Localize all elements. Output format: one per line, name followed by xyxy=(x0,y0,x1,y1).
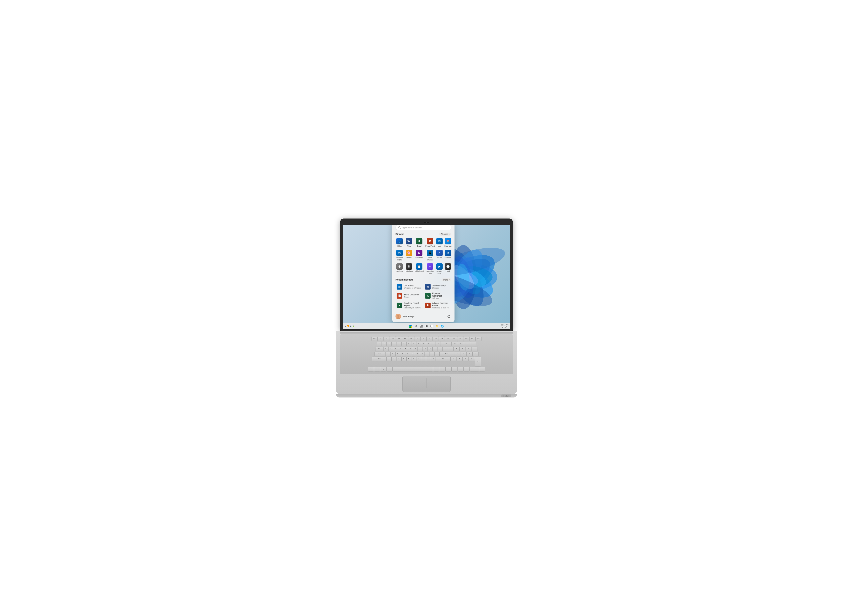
ctrl-r-key[interactable]: Ctrl xyxy=(439,367,445,371)
app-excel[interactable]: X Excel xyxy=(414,237,424,248)
5-key[interactable]: 5 xyxy=(402,342,406,346)
alt-l-key[interactable]: Alt xyxy=(387,367,392,371)
rec-travel[interactable]: W Travel Itinerary 17m ago xyxy=(424,283,451,291)
k-key[interactable]: K xyxy=(420,351,425,356)
end-key[interactable]: End xyxy=(463,336,469,341)
h-key[interactable]: H xyxy=(410,351,414,356)
j-key[interactable]: J xyxy=(415,351,420,356)
num7-key[interactable]: 7 xyxy=(454,347,459,351)
esc-key[interactable]: Esc xyxy=(372,336,377,341)
c-key[interactable]: C xyxy=(397,357,401,361)
rbracket-key[interactable]: ] xyxy=(438,347,442,351)
fn-key[interactable]: Fn xyxy=(374,367,380,371)
f8-key[interactable]: F8 xyxy=(421,336,426,341)
numenter-key[interactable]: ↵ xyxy=(475,357,481,366)
num8-key[interactable]: 8 xyxy=(460,347,465,351)
app-settings[interactable]: ⚙ Settings xyxy=(396,262,404,275)
f10-key[interactable]: F10 xyxy=(433,336,439,341)
3-key[interactable]: 3 xyxy=(392,342,396,346)
comma-key[interactable]: , xyxy=(421,357,426,361)
right-key[interactable]: → xyxy=(464,367,469,371)
n-key[interactable]: N xyxy=(411,357,416,361)
alt-r-key[interactable]: Alt xyxy=(433,367,439,371)
num0-key[interactable]: 0 xyxy=(470,367,479,371)
f5-key[interactable]: F5 xyxy=(402,336,408,341)
rec-brand[interactable]: 📄 Brand Guidelines 7h ago xyxy=(396,291,423,300)
backtick-key[interactable]: ` xyxy=(377,342,381,346)
o-key[interactable]: O xyxy=(423,347,427,351)
del-key[interactable]: Del xyxy=(451,336,457,341)
win-key[interactable]: ⊞ xyxy=(380,367,386,371)
backspace-key[interactable]: ⌫ xyxy=(441,342,451,346)
home-key[interactable]: Hm xyxy=(457,336,463,341)
more-button[interactable]: More xyxy=(442,278,451,281)
num-plus[interactable]: + xyxy=(473,351,478,356)
f4-key[interactable]: F4 xyxy=(396,336,402,341)
f2-key[interactable]: F2 xyxy=(384,336,390,341)
taskbar-clock[interactable]: 11:11 AM 01/12/22 xyxy=(501,324,508,328)
u-key[interactable]: U xyxy=(413,347,417,351)
lbracket-key[interactable]: [ xyxy=(433,347,437,351)
app-store[interactable]: 🛍 Microsoft Store xyxy=(396,249,404,262)
app-yourphone[interactable]: 📱 Your Phone xyxy=(425,249,435,262)
b-key[interactable]: B xyxy=(407,357,411,361)
lshift-key[interactable]: Shift xyxy=(372,357,386,361)
d-key[interactable]: D xyxy=(396,351,400,356)
user-info[interactable]: Sara Philips xyxy=(396,313,414,319)
rec-expense[interactable]: X Expense Worksheet 12h ago xyxy=(424,291,451,300)
9-key[interactable]: 9 xyxy=(421,342,426,346)
up-key[interactable]: ↑ xyxy=(451,357,456,361)
q-key[interactable]: Q xyxy=(384,347,388,351)
y-key[interactable]: Y xyxy=(408,347,413,351)
l-key[interactable]: L xyxy=(425,351,430,356)
rshift-key[interactable]: Shift xyxy=(436,357,450,361)
f11-key[interactable]: F11 xyxy=(439,336,445,341)
rec-payroll[interactable]: X Quarterly Payroll Report Yesterday at … xyxy=(396,301,423,310)
numlock-key[interactable]: NL xyxy=(458,342,464,346)
app-onenote[interactable]: N OneNote xyxy=(414,249,424,262)
equals-key[interactable]: = xyxy=(436,342,440,346)
f1-key[interactable]: F1 xyxy=(378,336,383,341)
a-key[interactable]: A xyxy=(386,351,390,356)
search-bar[interactable]: Type here to search xyxy=(396,225,451,230)
p-key[interactable]: P xyxy=(428,347,432,351)
f9-key[interactable]: F9 xyxy=(427,336,432,341)
taskbar-edge-icon[interactable]: 🌐 xyxy=(440,324,445,328)
s-key[interactable]: S xyxy=(390,351,395,356)
left-key[interactable]: ← xyxy=(452,367,457,371)
e-key[interactable]: E xyxy=(393,347,398,351)
app-mail[interactable]: ✉ Mail xyxy=(436,237,443,248)
app-movies[interactable]: ▶ Movies & TV xyxy=(436,262,443,275)
num6-key[interactable]: 6 xyxy=(467,351,472,356)
windows-start-button[interactable] xyxy=(408,324,413,328)
semicolon-key[interactable]: ; xyxy=(430,351,434,356)
taskbar-chat-icon[interactable]: 💬 xyxy=(430,324,434,328)
slash-key[interactable]: / xyxy=(431,357,436,361)
capslock-key[interactable]: Caps xyxy=(375,351,385,356)
tab-key[interactable]: Tab xyxy=(375,347,383,351)
num5-key[interactable]: 5 xyxy=(460,351,466,356)
rec-get-started[interactable]: ⊞ Get Started Welcome to Windows xyxy=(396,283,423,291)
num3-key[interactable]: 3 xyxy=(469,357,475,361)
v-key[interactable]: V xyxy=(402,357,406,361)
w-key[interactable]: W xyxy=(389,347,393,351)
touchpad[interactable] xyxy=(402,376,451,392)
f3-key[interactable]: F3 xyxy=(390,336,396,341)
r-key[interactable]: R xyxy=(398,347,403,351)
ins-key[interactable]: Ins xyxy=(452,342,458,346)
num-minus[interactable]: - xyxy=(472,347,478,351)
f12-key[interactable]: F12 xyxy=(445,336,451,341)
backslash-key[interactable]: \ xyxy=(443,347,453,351)
num2-key[interactable]: 2 xyxy=(463,357,469,361)
taskbar-folder-icon[interactable]: 📁 xyxy=(435,324,439,328)
8-key[interactable]: 8 xyxy=(416,342,421,346)
app-edge[interactable]: Edge xyxy=(396,237,404,248)
taskbar-windows-icon[interactable]: ⊞ xyxy=(424,324,429,328)
quote-key[interactable]: ' xyxy=(435,351,439,356)
system-tray-arrow[interactable]: ∧ xyxy=(345,325,346,327)
taskbar-search-button[interactable] xyxy=(414,324,418,328)
7-key[interactable]: 7 xyxy=(411,342,416,346)
app-clock[interactable]: 🕐 Clock xyxy=(444,262,452,275)
space-key[interactable] xyxy=(393,367,433,371)
all-apps-button[interactable]: All apps xyxy=(439,233,451,236)
